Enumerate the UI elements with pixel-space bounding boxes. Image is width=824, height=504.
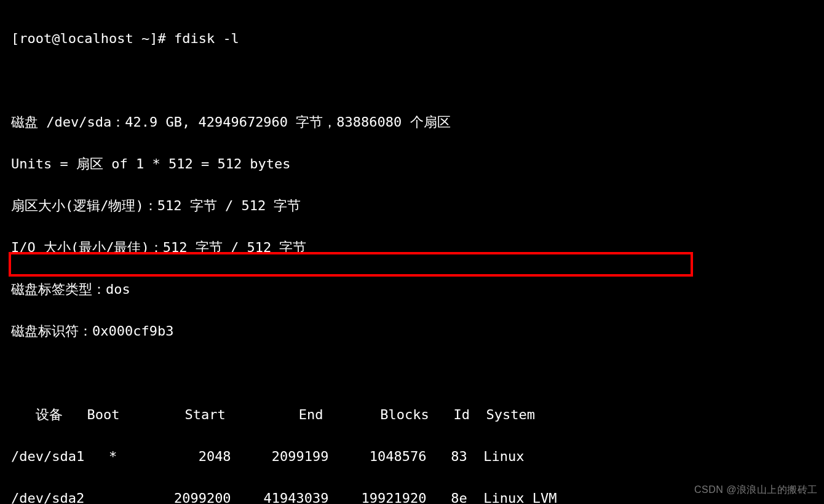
prompt-prefix: [root@localhost ~]#	[11, 31, 174, 46]
terminal-output[interactable]: [root@localhost ~]# fdisk -l 磁盘 /dev/sda…	[0, 0, 824, 504]
disk-sda-units: Units = 扇区 of 1 * 512 = 512 bytes	[11, 154, 813, 175]
blank-line	[11, 363, 813, 384]
disk-sda-label-type: 磁盘标签类型：dos	[11, 279, 813, 300]
watermark-text: CSDN @浪浪山上的搬砖工	[694, 479, 818, 500]
disk-sda-io-size: I/O 大小(最小/最佳)：512 字节 / 512 字节	[11, 237, 813, 258]
partition-row: /dev/sda1 * 2048 2099199 1048576 83 Linu…	[11, 446, 813, 467]
partition-table-header: 设备 Boot Start End Blocks Id System	[11, 404, 813, 425]
blank-line	[11, 70, 813, 91]
disk-sda-sector-size: 扇区大小(逻辑/物理)：512 字节 / 512 字节	[11, 195, 813, 216]
command-text: fdisk -l	[174, 31, 239, 46]
disk-sda-header: 磁盘 /dev/sda：42.9 GB, 42949672960 字节，8388…	[11, 112, 813, 133]
disk-sda-identifier: 磁盘标识符：0x000cf9b3	[11, 321, 813, 342]
prompt-line: [root@localhost ~]# fdisk -l	[11, 28, 813, 49]
partition-row: /dev/sda2 2099200 41943039 19921920 8e L…	[11, 488, 813, 504]
